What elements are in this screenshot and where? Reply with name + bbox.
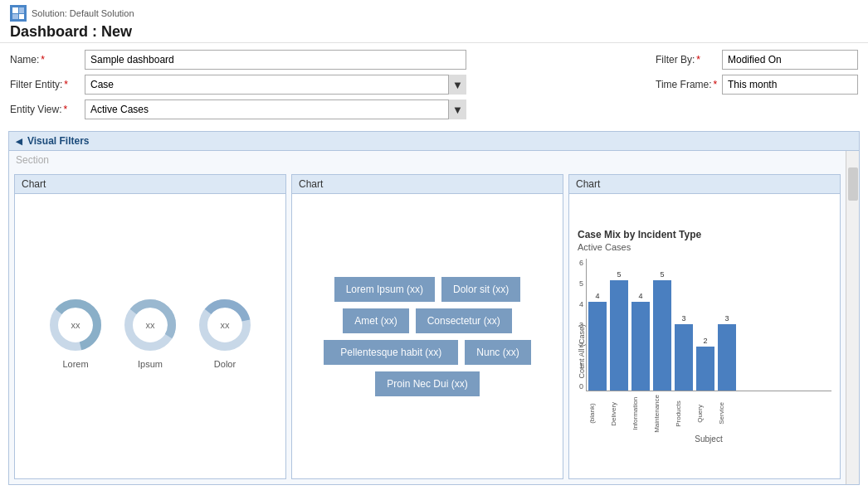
bar-query: 2 [696,337,714,391]
filter-entity-select[interactable]: Case [85,75,466,95]
button-grid: Lorem Ipsum (xx) Dolor sit (xx) Amet (xx… [324,202,530,470]
chart-header-1: Chart [15,175,285,194]
btn-row-2: Amet (xx) Consectetur (xx) [343,308,511,333]
bar-delivery: 5 [610,270,628,391]
charts-container: Chart xx Lorem [9,169,846,484]
scrollbar-thumb[interactable] [848,167,858,201]
time-frame-input[interactable] [722,75,858,95]
chart-body-2: Lorem Ipsum (xx) Dolor sit (xx) Amet (xx… [292,194,563,478]
filter-entity-select-wrap: Case ▼ [85,75,466,95]
filter-by-input[interactable] [722,50,858,70]
entity-view-select[interactable]: Active Cases [85,99,466,119]
x-labels: (blank) Delivery Information Maintenance… [586,395,831,433]
name-label: Name:* [10,54,85,66]
bar-chart: Case Mix by Incident Type Active Cases C… [574,226,835,447]
donut-svg-2: xx [121,296,179,354]
chart-body-3: Case Mix by Incident Type Active Cases C… [569,194,840,478]
svg-text:xx: xx [221,320,231,330]
x-label-delivery: Delivery [611,395,629,433]
donut-label-1: Lorem [62,359,88,369]
entity-view-label: Entity View:* [10,104,85,115]
visual-filters-title: Visual Filters [27,135,89,147]
donut-3: xx Dolor [196,296,254,369]
donut-label-3: Dolor [214,359,236,369]
donut-label-2: Ipsum [138,359,163,369]
bar-chart-subtitle: Active Cases [578,242,831,252]
chart-header-3: Chart [569,175,840,194]
x-label-information: Information [632,395,651,433]
filter-entity-label: Filter Entity:* [10,79,85,90]
donut-svg-3: xx [196,296,254,354]
btn-pellentesque[interactable]: Pellentesque habit (xx) [324,340,458,365]
svg-text:xx: xx [146,320,156,330]
top-bar: Solution: Default Solution Dashboard : N… [0,0,868,43]
solution-label: Solution: Default Solution [10,5,858,22]
section-label: Section [9,151,846,169]
x-label-service: Service [719,395,737,433]
scrollbar[interactable] [846,151,859,484]
x-label-query: Query [697,395,715,433]
chart-panel-2: Chart Lorem Ipsum (xx) Dolor sit (xx) Am… [291,174,563,479]
btn-lorem-ipsum[interactable]: Lorem Ipsum (xx) [334,277,435,302]
chart-panel-1: Chart xx Lorem [14,174,286,479]
btn-nunc[interactable]: Nunc (xx) [465,340,530,365]
svg-rect-3 [12,14,18,19]
page-title: Dashboard : New [10,23,858,41]
svg-rect-2 [19,7,24,13]
x-label-products: Products [675,395,694,433]
time-frame-area: Time Frame:* [656,75,858,95]
x-label-maintenance: Maintenance [654,395,672,433]
filter-by-area: Filter By:* [656,50,858,70]
bar-chart-title: Case Mix by Incident Type [578,229,831,240]
name-input[interactable] [85,50,466,70]
bar-information: 4 [631,292,650,391]
visual-filters-header: ◀ Visual Filters [9,132,859,151]
svg-rect-1 [12,7,18,13]
form-area: Name:* Filter By:* Filter Entity:* Case … [0,43,868,131]
donut-row: xx Lorem xx Ipsum [46,296,254,369]
btn-row-1: Lorem Ipsum (xx) Dolor sit (xx) [334,277,521,302]
bar-service: 3 [718,314,736,391]
btn-dolor-sit[interactable]: Dolor sit (xx) [441,277,520,302]
donut-1: xx Lorem [46,296,105,369]
btn-consectetur[interactable]: Consectetur (xx) [416,308,512,333]
donut-svg-1: xx [46,296,105,354]
bars-area: 0 1 2 3 4 5 6 [586,259,831,391]
entity-view-select-wrap: Active Cases ▼ [85,99,466,119]
visual-filters-section: ◀ Visual Filters Section Chart [8,131,860,485]
chart-panel-3: Chart Case Mix by Incident Type Active C… [568,174,841,479]
btn-row-3: Pellentesque habit (xx) Nunc (xx) [324,340,530,365]
svg-text:xx: xx [71,320,81,330]
donut-2: xx Ipsum [121,296,179,369]
time-frame-label: Time Frame:* [656,79,722,90]
btn-amet[interactable]: Amet (xx) [343,308,408,333]
bar-blank: 4 [588,292,607,391]
bar-products: 3 [675,314,693,391]
x-axis-title: Subject [586,434,831,444]
bar-maintenance: 5 [653,270,671,391]
chart-header-2: Chart [292,175,563,194]
btn-row-4: Proin Nec Dui (xx) [375,371,479,396]
filter-by-label: Filter By:* [656,54,722,66]
btn-proin[interactable]: Proin Nec Dui (xx) [375,371,479,396]
svg-rect-4 [19,14,24,19]
collapse-arrow-icon[interactable]: ◀ [16,137,22,146]
solution-icon [10,5,27,22]
chart-body-1: xx Lorem xx Ipsum [15,194,285,478]
x-label-blank: (blank) [589,395,607,433]
